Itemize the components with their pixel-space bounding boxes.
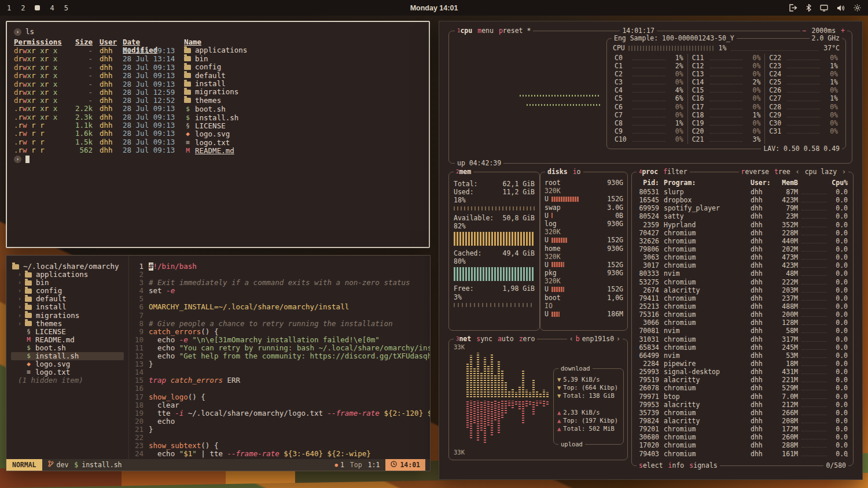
process-row[interactable]: 25993signal-desktopdhh431M0.0 [636,368,849,376]
process-row[interactable]: 79953alacrittydhh212M0.0 [636,401,849,409]
tree-item[interactable]: ›install [11,303,124,311]
tree-item[interactable]: ›config [11,287,124,295]
settings-icon[interactable] [854,4,861,12]
file-name: bin [178,55,422,63]
process-row[interactable]: 79201chromiumdhh172M0.0 [636,425,849,433]
interval-decrease-button[interactable]: − [803,27,807,35]
disk-row: log930G [545,220,623,228]
process-row[interactable]: 79411chromiumdhh237M0.0 [636,294,849,302]
process-row[interactable]: 75316chromiumdhh200M0.0 [636,310,849,319]
select-button[interactable]: select [639,461,663,469]
tree-item[interactable]: ≡logo.txt [11,368,124,376]
file-size: - [69,72,93,80]
col-user[interactable]: User: [751,179,774,187]
prev-interface-arrow[interactable]: ‹ [569,335,573,343]
tree-item[interactable]: $boot.sh [11,344,124,352]
core-name: C4 [615,86,631,94]
process-row[interactable]: 30680chromiumdhh260M0.0 [636,433,849,441]
col-pid[interactable]: Pid: [636,179,664,187]
zero-button[interactable]: zero [519,335,535,343]
process-pid: 80333 [636,269,664,278]
process-row[interactable]: 70081nvimdhh58M0.0 [636,327,849,335]
sync-button[interactable]: sync [476,335,492,343]
code-line [149,368,430,376]
editor-pane[interactable]: 123456789101112131415161718192021222324 … [129,256,430,459]
process-row[interactable]: 65834chromiumdhh245M0.0 [636,343,849,352]
tree-item[interactable]: ›bin [11,279,124,287]
bluetooth-icon[interactable] [806,4,811,12]
process-row[interactable]: 79824alacrittydhh208M0.0 [636,417,849,425]
tree-button[interactable]: tree [774,168,790,176]
process-row[interactable]: 32626chromiumdhh440M0.0 [636,237,849,245]
preset-button[interactable]: preset * [499,27,531,35]
process-row[interactable]: 35739chromiumdhh266M0.0 [636,409,849,417]
tree-item[interactable]: ›themes [11,320,124,328]
tree-item[interactable]: ◆logo.svg [11,360,124,368]
workspace-1[interactable]: 1 [7,4,11,12]
process-row[interactable]: 79403chromiumdhh161M0.0 [636,450,849,458]
net-interface-selector[interactable]: ‹ b enp191s0 › [567,335,623,343]
filter-button[interactable]: filter [663,168,687,176]
col-program[interactable]: Program: [664,179,751,187]
tree-item[interactable]: $install.sh [11,352,124,360]
process-row[interactable]: 80333nvimdhh48M0.0 [636,269,849,278]
col-memb[interactable]: MemB [774,179,798,187]
process-row[interactable]: 3017chromiumdhh423M0.0 [636,261,849,269]
process-row[interactable]: 3066chromiumdhh128M0.0 [636,319,849,327]
scroll-down-arrow[interactable]: ↓ [845,450,849,459]
process-row[interactable]: 17020chromiumdhh288M0.0 [636,441,849,449]
volume-icon[interactable] [837,5,845,12]
file-size: 2.2k [69,105,93,113]
process-name: alacritty [664,376,751,384]
sort-left-arrow[interactable]: ‹ [796,168,800,176]
line-number: 10 [129,336,144,344]
tree-item[interactable]: ›migrations [11,312,124,320]
tree-root[interactable]: ~/.local/share/omarchy [11,263,124,271]
display-icon[interactable] [820,5,828,12]
sort-right-arrow[interactable]: › [842,168,846,176]
io-mode-button[interactable]: io [573,168,581,176]
process-row[interactable]: 31031chromiumdhh317M0.0 [636,335,849,343]
process-row[interactable]: 70427chromiumdhh228M0.0 [636,229,849,237]
reverse-button[interactable]: reverse [741,168,769,176]
next-interface-arrow[interactable]: › [616,335,620,343]
process-row[interactable]: 2284pipewiredhh18M0.0 [636,360,849,368]
process-name: nvim [664,269,751,278]
process-row[interactable]: 66499nvimdhh53M0.0 [636,352,849,360]
signals-button[interactable]: signals [689,461,717,469]
workspace-4[interactable]: 4 [50,4,54,12]
core-row: C271% [769,94,838,102]
logout-icon[interactable] [789,4,797,12]
auto-button[interactable]: auto [498,335,514,343]
process-row[interactable]: 53275chromiumdhh222M0.0 [636,278,849,286]
process-row[interactable]: 3063chromiumdhh473M0.0 [636,253,849,261]
workspace-2[interactable]: 2 [21,4,25,12]
tree-item[interactable]: ›default [11,295,124,303]
workspace-5[interactable]: 5 [64,4,68,12]
process-row[interactable]: 25213chromiumdhh488M0.0 [636,302,849,310]
process-row[interactable]: 79806chromiumdhh202M0.0 [636,245,849,253]
disks-box-label: disks [547,168,568,176]
menu-button[interactable]: menu [477,27,494,35]
process-row[interactable]: 80531slurpdhh87M0.0 [636,188,849,196]
sort-column[interactable]: cpu lazy [805,168,837,176]
tree-item[interactable]: MREADME.md [11,336,124,344]
scroll-up-arrow[interactable]: ↑ [845,178,849,186]
process-row[interactable]: 2674alacrittydhh203M0.0 [636,286,849,294]
process-row[interactable]: 2359Hyprlanddhh352M0.0 [636,221,849,229]
workspace-active-icon[interactable] [35,5,40,10]
tree-item[interactable]: §LICENSE [11,328,124,336]
empty-prompt-line[interactable]: › [14,154,422,164]
info-button[interactable]: info [668,461,685,469]
process-column-headers: Pid: Program: User: MemB Cpu% [636,179,849,188]
process-row[interactable]: 79971btopdhh7.0M0.0 [636,393,849,401]
file-tree: ~/.local/share/omarchy›applications›bin›… [6,256,129,459]
process-row[interactable]: 16545dropboxdhh423M0.0 [636,196,849,204]
process-row[interactable]: 80524sattydhh23M0.0 [636,212,849,220]
file-owner: dhh [93,121,117,130]
tree-item[interactable]: ›applications [11,271,124,279]
line-number: 17 [129,393,144,401]
process-row[interactable]: 69959spotify_playerdhh79M0.0 [636,204,849,212]
process-row[interactable]: 26078chromiumdhh529M0.0 [636,384,849,392]
process-row[interactable]: 79519alacrittydhh221M0.0 [636,376,849,384]
